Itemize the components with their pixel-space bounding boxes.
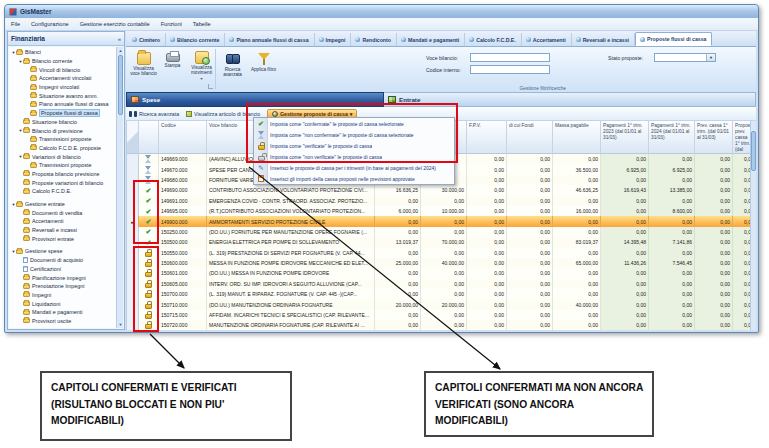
table-row[interactable]: 150700.000(L. 319) MANUT. E RIPARAZ. FOG…	[127, 289, 750, 299]
tab-spese[interactable]: Spese	[126, 92, 384, 107]
sidebar-item-impegni-vincolati[interactable]: Impegni vincolati	[9, 83, 116, 92]
module-tab-cimitero[interactable]: Cimitero	[128, 33, 166, 46]
table-row[interactable]: ✔149695.000(R.T.)CONTRIBUTO ASSOCIAZIONI…	[127, 206, 750, 216]
sidebar-item-reversali-e-incassi[interactable]: Reversali e incassi	[9, 226, 116, 235]
menubar-item-configurazione[interactable]: Configurazione	[31, 21, 69, 27]
sidebar-item-accertamenti[interactable]: Accertamenti	[9, 217, 116, 226]
module-tab-piano-annuale-flussi-di-cassa[interactable]: Piano annuale flussi di cassa	[225, 33, 314, 46]
sidebar-item-proposte-flussi-di-cassa[interactable]: Proposte flussi di cassa	[9, 109, 116, 118]
grid-column-header-massa-pagabile[interactable]: Massa pagabile	[553, 121, 601, 154]
module-tab-proposte-flussi-di-cassa[interactable]: Proposte flussi di cassa	[635, 32, 712, 46]
sidebar-item-accertamenti-vincolati[interactable]: Accertamenti vincolati	[9, 74, 116, 83]
grid-column-header-pagamenti-1-trim-2024-dal-[interactable]: Pagamenti 1° trim. 2024 (dal 01/01 al 31…	[649, 121, 695, 154]
tab-entrate[interactable]: Entrate	[384, 92, 756, 107]
menu-item[interactable]: Imposta come "non confermate" le propost…	[254, 129, 454, 140]
module-tab-rendiconto[interactable]: Rendiconto	[351, 33, 397, 46]
grid-column-header-pagamenti-1-trim-2023-dal-[interactable]: Pagamenti 1° trim. 2023 (dal 01/01 al 31…	[601, 121, 649, 154]
ricerca-avanzata-button[interactable]: Ricerca avanzata	[218, 51, 247, 84]
visualizza-articolo-link[interactable]: Visualizza articolo di bilancio	[186, 111, 260, 117]
sidebar-item-pianificazione-impegni[interactable]: Pianificazione impegni	[9, 273, 116, 282]
grid-column-header-di-cui-fondi[interactable]: di cui Fondi	[507, 121, 553, 154]
sidebar-item-provvisori-uscite[interactable]: Provvisori uscite	[9, 317, 116, 326]
stampa-button[interactable]: Stampa	[158, 51, 187, 84]
stato-proposte-select[interactable]: ▼	[654, 53, 716, 62]
sidebar-item-situazione-avanzo-amm-[interactable]: Situazione avanzo amm.	[9, 91, 116, 100]
sidebar-item-calcolo-f-c-d-e-[interactable]: Calcolo F.C.D.E.	[9, 187, 116, 196]
menu-item[interactable]: Imposta come "verificate" le proposte di…	[254, 140, 454, 151]
scroll-down-icon[interactable]: ▼	[117, 321, 124, 328]
sidebar-item-calcolo-f-c-d-e-proposte[interactable]: Calcolo F.C.D.E. proposte	[9, 144, 116, 153]
title-bar[interactable]: GisMaster	[5, 5, 758, 18]
sidebar-scrollbar[interactable]: ▲ ▼	[116, 47, 123, 328]
sidebar-item-prenotazione-impegni[interactable]: Prenotazione Impegni	[9, 282, 116, 291]
module-tab-reversali-e-incassi[interactable]: Reversali e incassi	[572, 33, 635, 46]
codice-interno-input[interactable]	[470, 65, 550, 74]
voce-bilancio-input[interactable]	[470, 53, 550, 62]
menubar-item-tabelle[interactable]: Tabelle	[193, 21, 211, 27]
table-row[interactable]: 150600.000MESSA IN FUNZIONE POMPE IDROVO…	[127, 258, 750, 268]
menubar-item-gestione-esercizio-contabile[interactable]: Gestione esercizio contabile	[80, 21, 150, 27]
sidebar-item-bilanci[interactable]: ▼Bilanci	[9, 48, 116, 57]
scrollbar-thumb[interactable]	[118, 55, 123, 115]
sidebar-item-documenti-di-vendita[interactable]: Documenti di vendita	[9, 208, 116, 217]
sidebar-item-impegni[interactable]: Impegni	[9, 291, 116, 300]
table-row[interactable]: 150720.000MANUTENZIONE ORDINARIA FOGNATU…	[127, 320, 750, 330]
sidebar-item-documenti-di-acquisto[interactable]: Documenti di acquisto	[9, 256, 116, 265]
grid-column-header-col1[interactable]	[139, 121, 159, 154]
sidebar-collapse-icon[interactable]: «	[118, 36, 121, 42]
grid-column-header-codice[interactable]: Codice	[159, 121, 207, 154]
sidebar-item-bilancio-di-previsione[interactable]: ▼Bilancio di previsione	[9, 126, 116, 135]
module-tab-impegni[interactable]: Impegni	[315, 33, 352, 46]
group-dialog-launcher-icon[interactable]	[208, 84, 213, 89]
sidebar-item-bilancio-corrente[interactable]: ▼Bilancio corrente	[9, 57, 116, 66]
scrollbar-thumb[interactable]	[751, 131, 756, 171]
sidebar-item-situazione-bilancio[interactable]: Situazione bilancio	[9, 118, 116, 127]
menubar-item-funzioni[interactable]: Funzioni	[161, 21, 182, 27]
grid-column-header-col0[interactable]	[127, 121, 139, 154]
module-tab-calcolo-f-c-d-e-[interactable]: Calcolo F.C.D.E.	[465, 33, 522, 46]
visualizza-movimenti-button[interactable]: Visualizza movimenti ▼	[187, 51, 216, 84]
table-row[interactable]: 150715.000AFFIDAM. INCARICHI TECNICI E S…	[127, 310, 750, 320]
table-row[interactable]: 150605.000INTERV. ORD. SU IMP. IDROVORI …	[127, 279, 750, 289]
menu-item[interactable]: Inserisci gli importi della cassa propos…	[254, 173, 454, 184]
sidebar-item-mandati-e-pagamenti[interactable]: Mandati e pagamenti	[9, 308, 116, 317]
table-row[interactable]: 150550.000(L. 319) PRESTAZIONE DI SERVIZ…	[127, 248, 750, 258]
sidebar-item-certificazioni[interactable]: Certificazioni	[9, 265, 116, 274]
table-row[interactable]: ✔149691.000EMERGENZA COVID - CONTR. STRA…	[127, 196, 750, 206]
grid-scrollbar[interactable]	[750, 121, 756, 330]
menu-item[interactable]: ✔Imposta come "confermate" le proposte d…	[254, 118, 454, 129]
scroll-up-icon[interactable]: ▲	[117, 47, 124, 54]
sidebar-item-vincoli-di-bilancio[interactable]: Vincoli di bilancio	[9, 65, 116, 74]
sidebar-item-variazioni-di-bilancio[interactable]: ▼Variazioni di bilancio	[9, 152, 116, 161]
value-cell: 0,00	[375, 279, 421, 289]
sidebar-item-gestione-spese[interactable]: ▼Gestione spese	[9, 247, 116, 256]
sidebar-item-proposta-bilancio-previsione[interactable]: Proposta bilancio previsione	[9, 170, 116, 179]
sidebar-item-piano-annuale-flussi-di-cassa[interactable]: Piano annuale flussi di cassa	[9, 100, 116, 109]
applica-filtro-button[interactable]: Applica filtro	[249, 51, 278, 84]
sidebar-item-proposte-variazioni-di-bilancio[interactable]: Proposte variazioni di bilancio	[9, 178, 116, 187]
sidebar-item-provvisori-entrate[interactable]: Provvisori entrate	[9, 234, 116, 243]
module-tab-accertamenti[interactable]: Accertamenti	[522, 33, 572, 46]
table-row[interactable]: 150601.000(DO.UU.) MESSA IN FUNZIONE POM…	[127, 268, 750, 278]
table-row[interactable]: ✔150500.000ENERGIA ELETTRICA PER POMPE D…	[127, 237, 750, 247]
sidebar-item-trasmissioni-proposte[interactable]: Trasmissioni proposte	[9, 161, 116, 170]
table-row[interactable]: ✔149690.000CONTRIBUTO ASSOCIAZIONI VOLON…	[127, 185, 750, 195]
sidebar-item-gestione-entrate[interactable]: ▼Gestione entrate	[9, 200, 116, 209]
ricerca-avanzata-link[interactable]: Ricerca avanzata	[129, 111, 179, 117]
grid-column-header-proposta-prev-cassa-1-trim[interactable]: Proposta prev. cassa 1° trim. (dal 01/01…	[733, 121, 750, 154]
table-row[interactable]: ▸✔149900.000AMMORTAMENTI SERVIZIO PROTEZ…	[127, 216, 750, 226]
grid-column-header-prev-cassa-1-trim-dal-01-0[interactable]: Prev. cassa 1° trim. (dal 01/01 al 31/03…	[695, 121, 733, 154]
table-row[interactable]: 150710.000(DO.UU.) MANUTENZIONE ORDINARI…	[127, 299, 750, 309]
chevron-down-icon[interactable]: ▼	[706, 54, 715, 61]
menubar-item-file[interactable]: File	[11, 21, 20, 27]
menu-item[interactable]: ✎Inserisci le proposte di cassa per i tr…	[254, 162, 454, 173]
module-tab-mandati-e-pagamenti[interactable]: Mandati e pagamenti	[397, 33, 465, 46]
module-tab-bilancio-corrente[interactable]: Bilancio corrente	[166, 33, 225, 46]
value-cell: 0,00	[375, 289, 421, 299]
grid-column-header-f-p-v-[interactable]: F.P.V.	[467, 121, 507, 154]
table-row[interactable]: ✔150250.000(DO.UU.) FORNITURE PER MANUTE…	[127, 227, 750, 237]
sidebar-item-trasmissioni-proposte[interactable]: Trasmissioni proposte	[9, 135, 116, 144]
sidebar-item-liquidazioni[interactable]: Liquidazioni	[9, 299, 116, 308]
menu-item[interactable]: Imposta come "non verificate" le propost…	[254, 151, 454, 162]
visualizza-voce-bilancio-button[interactable]: Visualizza voce bilancio	[129, 51, 158, 84]
